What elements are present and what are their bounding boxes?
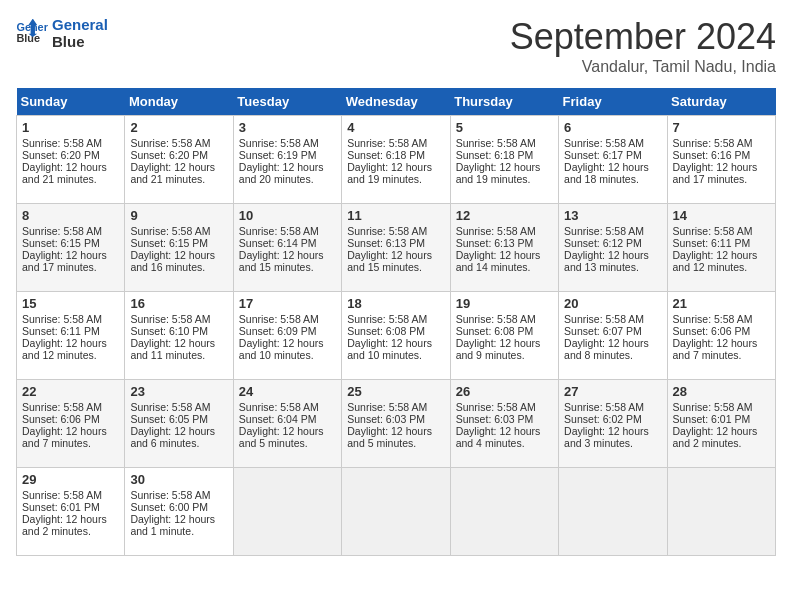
calendar-cell: 19 Sunrise: 5:58 AM Sunset: 6:08 PM Dayl… (450, 292, 558, 380)
col-wednesday: Wednesday (342, 88, 450, 116)
calendar-cell: 29 Sunrise: 5:58 AM Sunset: 6:01 PM Dayl… (17, 468, 125, 556)
calendar-cell (559, 468, 667, 556)
sunset-text: Sunset: 6:20 PM (22, 149, 100, 161)
day-number: 6 (564, 120, 661, 135)
calendar-cell (667, 468, 775, 556)
calendar-cell: 17 Sunrise: 5:58 AM Sunset: 6:09 PM Dayl… (233, 292, 341, 380)
day-number: 19 (456, 296, 553, 311)
sunrise-text: Sunrise: 5:58 AM (347, 401, 427, 413)
day-number: 1 (22, 120, 119, 135)
sunset-text: Sunset: 6:13 PM (456, 237, 534, 249)
calendar-cell (342, 468, 450, 556)
sunset-text: Sunset: 6:00 PM (130, 501, 208, 513)
sunrise-text: Sunrise: 5:58 AM (239, 313, 319, 325)
sunset-text: Sunset: 6:13 PM (347, 237, 425, 249)
sunrise-text: Sunrise: 5:58 AM (673, 225, 753, 237)
day-number: 26 (456, 384, 553, 399)
col-saturday: Saturday (667, 88, 775, 116)
calendar-cell: 22 Sunrise: 5:58 AM Sunset: 6:06 PM Dayl… (17, 380, 125, 468)
day-number: 14 (673, 208, 770, 223)
sunrise-text: Sunrise: 5:58 AM (456, 137, 536, 149)
day-number: 12 (456, 208, 553, 223)
calendar-cell: 9 Sunrise: 5:58 AM Sunset: 6:15 PM Dayli… (125, 204, 233, 292)
daylight-text: Daylight: 12 hours and 11 minutes. (130, 337, 215, 361)
daylight-text: Daylight: 12 hours and 18 minutes. (564, 161, 649, 185)
calendar-cell: 3 Sunrise: 5:58 AM Sunset: 6:19 PM Dayli… (233, 116, 341, 204)
calendar-cell: 8 Sunrise: 5:58 AM Sunset: 6:15 PM Dayli… (17, 204, 125, 292)
sunrise-text: Sunrise: 5:58 AM (239, 225, 319, 237)
day-number: 25 (347, 384, 444, 399)
calendar-week-2: 8 Sunrise: 5:58 AM Sunset: 6:15 PM Dayli… (17, 204, 776, 292)
sunset-text: Sunset: 6:18 PM (456, 149, 534, 161)
logo-blue: Blue (52, 33, 108, 50)
day-number: 23 (130, 384, 227, 399)
sunrise-text: Sunrise: 5:58 AM (130, 137, 210, 149)
calendar-header-row: Sunday Monday Tuesday Wednesday Thursday… (17, 88, 776, 116)
day-number: 8 (22, 208, 119, 223)
sunrise-text: Sunrise: 5:58 AM (239, 401, 319, 413)
daylight-text: Daylight: 12 hours and 10 minutes. (239, 337, 324, 361)
daylight-text: Daylight: 12 hours and 1 minute. (130, 513, 215, 537)
calendar-cell: 2 Sunrise: 5:58 AM Sunset: 6:20 PM Dayli… (125, 116, 233, 204)
sunset-text: Sunset: 6:11 PM (673, 237, 751, 249)
sunset-text: Sunset: 6:11 PM (22, 325, 100, 337)
day-number: 24 (239, 384, 336, 399)
calendar-cell: 20 Sunrise: 5:58 AM Sunset: 6:07 PM Dayl… (559, 292, 667, 380)
sunrise-text: Sunrise: 5:58 AM (22, 401, 102, 413)
calendar-cell: 25 Sunrise: 5:58 AM Sunset: 6:03 PM Dayl… (342, 380, 450, 468)
sunrise-text: Sunrise: 5:58 AM (347, 225, 427, 237)
day-number: 13 (564, 208, 661, 223)
day-number: 10 (239, 208, 336, 223)
sunrise-text: Sunrise: 5:58 AM (22, 313, 102, 325)
calendar-cell: 21 Sunrise: 5:58 AM Sunset: 6:06 PM Dayl… (667, 292, 775, 380)
sunset-text: Sunset: 6:03 PM (456, 413, 534, 425)
calendar-cell: 30 Sunrise: 5:58 AM Sunset: 6:00 PM Dayl… (125, 468, 233, 556)
sunset-text: Sunset: 6:14 PM (239, 237, 317, 249)
daylight-text: Daylight: 12 hours and 17 minutes. (22, 249, 107, 273)
daylight-text: Daylight: 12 hours and 5 minutes. (347, 425, 432, 449)
day-number: 9 (130, 208, 227, 223)
daylight-text: Daylight: 12 hours and 15 minutes. (347, 249, 432, 273)
sunrise-text: Sunrise: 5:58 AM (673, 401, 753, 413)
logo-general: General (52, 16, 108, 33)
day-number: 22 (22, 384, 119, 399)
location-subtitle: Vandalur, Tamil Nadu, India (510, 58, 776, 76)
sunrise-text: Sunrise: 5:58 AM (130, 225, 210, 237)
sunrise-text: Sunrise: 5:58 AM (130, 313, 210, 325)
sunrise-text: Sunrise: 5:58 AM (347, 313, 427, 325)
daylight-text: Daylight: 12 hours and 9 minutes. (456, 337, 541, 361)
daylight-text: Daylight: 12 hours and 16 minutes. (130, 249, 215, 273)
calendar-cell: 7 Sunrise: 5:58 AM Sunset: 6:16 PM Dayli… (667, 116, 775, 204)
sunset-text: Sunset: 6:18 PM (347, 149, 425, 161)
sunset-text: Sunset: 6:09 PM (239, 325, 317, 337)
page-header: General Blue General Blue September 2024… (16, 16, 776, 76)
daylight-text: Daylight: 12 hours and 10 minutes. (347, 337, 432, 361)
daylight-text: Daylight: 12 hours and 14 minutes. (456, 249, 541, 273)
calendar-cell: 10 Sunrise: 5:58 AM Sunset: 6:14 PM Dayl… (233, 204, 341, 292)
day-number: 15 (22, 296, 119, 311)
calendar-cell: 28 Sunrise: 5:58 AM Sunset: 6:01 PM Dayl… (667, 380, 775, 468)
sunrise-text: Sunrise: 5:58 AM (347, 137, 427, 149)
sunset-text: Sunset: 6:20 PM (130, 149, 208, 161)
day-number: 11 (347, 208, 444, 223)
logo: General Blue General Blue (16, 16, 108, 50)
daylight-text: Daylight: 12 hours and 12 minutes. (22, 337, 107, 361)
day-number: 28 (673, 384, 770, 399)
day-number: 5 (456, 120, 553, 135)
calendar-cell: 23 Sunrise: 5:58 AM Sunset: 6:05 PM Dayl… (125, 380, 233, 468)
sunrise-text: Sunrise: 5:58 AM (22, 137, 102, 149)
sunset-text: Sunset: 6:04 PM (239, 413, 317, 425)
calendar-cell: 1 Sunrise: 5:58 AM Sunset: 6:20 PM Dayli… (17, 116, 125, 204)
daylight-text: Daylight: 12 hours and 7 minutes. (673, 337, 758, 361)
sunset-text: Sunset: 6:06 PM (22, 413, 100, 425)
sunset-text: Sunset: 6:16 PM (673, 149, 751, 161)
sunrise-text: Sunrise: 5:58 AM (673, 137, 753, 149)
calendar-cell: 12 Sunrise: 5:58 AM Sunset: 6:13 PM Dayl… (450, 204, 558, 292)
sunrise-text: Sunrise: 5:58 AM (456, 225, 536, 237)
calendar-cell (450, 468, 558, 556)
sunrise-text: Sunrise: 5:58 AM (130, 401, 210, 413)
daylight-text: Daylight: 12 hours and 3 minutes. (564, 425, 649, 449)
col-monday: Monday (125, 88, 233, 116)
day-number: 29 (22, 472, 119, 487)
daylight-text: Daylight: 12 hours and 13 minutes. (564, 249, 649, 273)
